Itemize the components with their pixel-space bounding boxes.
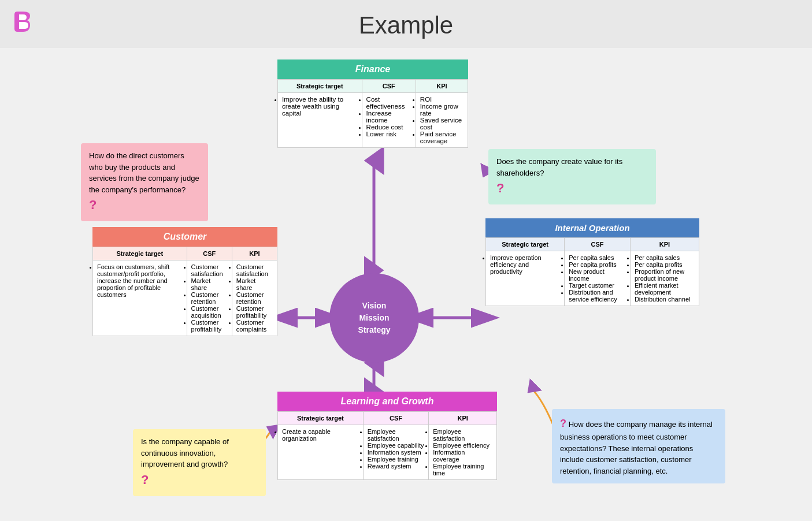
question-mark-finance: ? <box>496 181 504 195</box>
internal-table: Strategic target CSF KPI Improve operati… <box>485 237 699 306</box>
finance-strategic-cell: Improve the ability to create wealth usi… <box>278 93 362 148</box>
b-logo-icon <box>12 9 37 34</box>
finance-col-csf: CSF <box>362 80 416 93</box>
customer-col-strategic: Strategic target <box>93 247 187 260</box>
internal-strategic-cell: Improve operation efficiency and product… <box>486 251 565 306</box>
customer-title: Customer <box>92 227 277 247</box>
internal-title: Internal Operation <box>485 218 699 237</box>
comment-internal-text: How does the company manage its internal… <box>560 420 713 475</box>
comment-internal: ? How does the company manage its intern… <box>552 409 725 483</box>
finance-block: Finance Strategic target CSF KPI Improve… <box>277 59 468 148</box>
customer-col-csf: CSF <box>187 247 232 260</box>
customer-strategic-cell: Focus on customers, shift customer/profi… <box>93 260 187 336</box>
question-mark-internal-left: ? <box>560 418 566 429</box>
finance-title: Finance <box>277 59 468 79</box>
finance-csf-cell: Cost effectiveness Increase income Reduc… <box>362 93 416 148</box>
learning-title: Learning and Growth <box>277 392 497 411</box>
main-content: How do the direct customers who buy the … <box>0 48 812 521</box>
question-mark-customer: ? <box>89 198 97 212</box>
comment-learning-text: Is the company capable of continuous inn… <box>141 437 229 468</box>
comment-finance-text: Does the company create value for its sh… <box>496 157 622 177</box>
customer-csf-cell: Customer satisfaction Market share Custo… <box>187 260 232 336</box>
finance-table: Strategic target CSF KPI Improve the abi… <box>277 79 468 148</box>
learning-col-kpi: KPI <box>429 412 497 425</box>
page-header: Example <box>0 0 812 48</box>
internal-row: Improve operation efficiency and product… <box>486 251 699 306</box>
internal-operation-block: Internal Operation Strategic target CSF … <box>485 218 699 306</box>
learning-col-strategic: Strategic target <box>278 412 364 425</box>
customer-block: Customer Strategic target CSF KPI Focus … <box>92 227 277 336</box>
finance-kpi-cell: ROI Income grow rate Saved service cost … <box>416 93 468 148</box>
customer-row: Focus on customers, shift customer/profi… <box>93 260 277 336</box>
learning-growth-block: Learning and Growth Strategic target CSF… <box>277 392 497 480</box>
learning-table: Strategic target CSF KPI Create a capabl… <box>277 411 497 480</box>
finance-col-kpi: KPI <box>416 80 468 93</box>
comment-learning: Is the company capable of continuous inn… <box>133 429 266 496</box>
vision-line3: Strategy <box>358 324 390 336</box>
vision-line2: Mission <box>359 312 389 324</box>
internal-col-strategic: Strategic target <box>486 238 565 251</box>
comment-finance: Does the company create value for its sh… <box>488 149 656 204</box>
learning-row: Create a capable organization Employee s… <box>278 425 497 480</box>
customer-col-kpi: KPI <box>232 247 277 260</box>
customer-kpi-cell: Customer satisfaction Market share Custo… <box>232 260 277 336</box>
vision-mission-circle: Vision Mission Strategy <box>329 273 419 363</box>
customer-table: Strategic target CSF KPI Focus on custom… <box>92 247 277 336</box>
comment-customer: How do the direct customers who buy the … <box>81 143 208 221</box>
internal-kpi-cell: Per capita sales Per capita profits Prop… <box>630 251 699 306</box>
internal-csf-cell: Per capita sales Per capita profits New … <box>565 251 631 306</box>
internal-col-csf: CSF <box>565 238 631 251</box>
vision-line1: Vision <box>362 300 387 312</box>
finance-col-strategic: Strategic target <box>278 80 362 93</box>
learning-strategic-cell: Create a capable organization <box>278 425 364 480</box>
finance-row: Improve the ability to create wealth usi… <box>278 93 468 148</box>
page-title: Example <box>0 12 812 39</box>
internal-col-kpi: KPI <box>630 238 699 251</box>
learning-kpi-cell: Employee satisfaction Employee efficienc… <box>429 425 497 480</box>
question-mark-learning: ? <box>141 472 149 487</box>
learning-col-csf: CSF <box>363 412 429 425</box>
comment-customer-text: How do the direct customers who buy the … <box>89 151 199 194</box>
learning-csf-cell: Employee satisfaction Employee capabilit… <box>363 425 429 480</box>
